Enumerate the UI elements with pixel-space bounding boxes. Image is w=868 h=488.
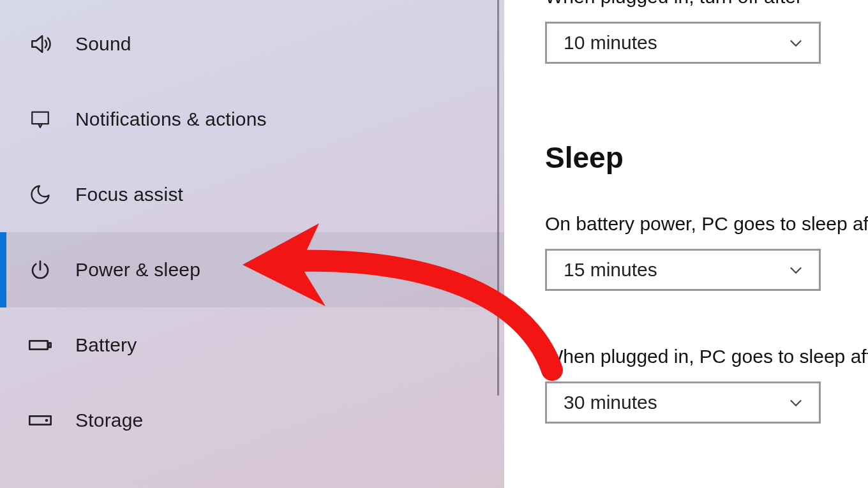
sidebar-item-notifications[interactable]: Notifications & actions [0, 82, 504, 157]
dropdown-value: 15 minutes [564, 259, 657, 281]
sidebar-item-storage[interactable]: Storage [0, 383, 504, 458]
sleep-battery-label: On battery power, PC goes to sleep after [545, 213, 868, 235]
focus-assist-icon [26, 180, 55, 209]
dropdown-value: 10 minutes [564, 32, 657, 54]
sidebar-item-label: Storage [75, 410, 143, 431]
settings-main-panel: When plugged in, turn off after 10 minut… [504, 0, 868, 488]
dropdown-value: 30 minutes [564, 392, 657, 413]
svg-rect-2 [49, 343, 50, 348]
sleep-plugged-dropdown[interactable]: 30 minutes [545, 381, 821, 424]
chevron-down-icon [787, 34, 805, 52]
chevron-down-icon [787, 261, 805, 279]
sound-icon [26, 29, 55, 59]
notifications-icon [26, 105, 55, 134]
sidebar-item-label: Notifications & actions [75, 108, 267, 130]
chevron-down-icon [787, 394, 805, 411]
sidebar-item-label: Focus assist [75, 184, 183, 205]
settings-sidebar: Sound Notifications & actions Focus assi… [0, 0, 504, 488]
svg-rect-0 [32, 112, 49, 124]
sidebar-item-label: Battery [75, 334, 137, 356]
svg-rect-1 [29, 341, 47, 349]
sidebar-item-battery[interactable]: Battery [0, 307, 504, 383]
power-icon [26, 255, 55, 285]
screen-plugged-dropdown[interactable]: 10 minutes [545, 22, 821, 64]
sleep-heading: Sleep [545, 140, 868, 175]
screen-plugged-label: When plugged in, turn off after [545, 0, 868, 8]
sidebar-item-sound[interactable]: Sound [0, 6, 504, 82]
svg-point-4 [46, 420, 47, 421]
storage-icon [26, 406, 55, 435]
sidebar-scrollbar[interactable] [497, 0, 499, 396]
sidebar-item-label: Power & sleep [75, 259, 200, 281]
battery-icon [26, 330, 55, 360]
sleep-plugged-label: When plugged in, PC goes to sleep after [545, 346, 868, 367]
sidebar-item-focus-assist[interactable]: Focus assist [0, 157, 504, 232]
sidebar-item-label: Sound [75, 33, 131, 55]
sidebar-item-power-sleep[interactable]: Power & sleep [0, 232, 504, 307]
sleep-battery-dropdown[interactable]: 15 minutes [545, 249, 821, 291]
